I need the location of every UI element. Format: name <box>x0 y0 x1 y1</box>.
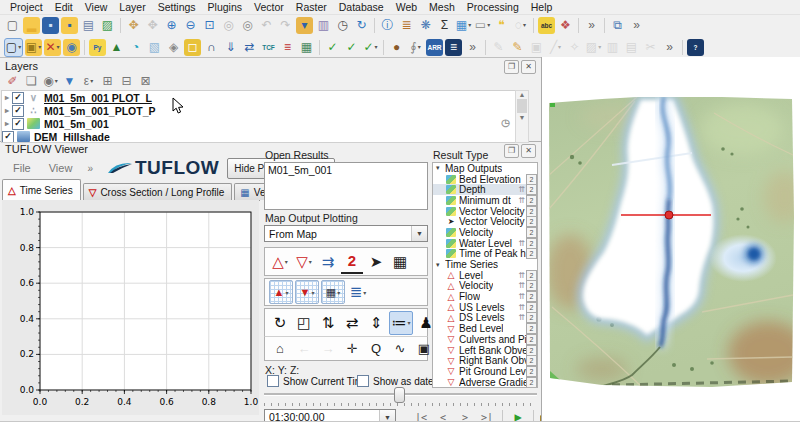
temporal-controller-icon[interactable]: ◷ <box>334 17 351 34</box>
check-integrity-icon[interactable]: ✓ <box>324 39 341 56</box>
result-type-row[interactable]: Bed Elevation 2 <box>433 174 537 185</box>
collapse-all-icon[interactable]: ⊟ <box>118 73 135 90</box>
secondary-axis-badge[interactable]: 2 <box>526 355 537 366</box>
zoom-in-icon[interactable]: ⊕ <box>163 17 180 34</box>
open-project-icon[interactable]: ▂ <box>23 17 40 34</box>
result-type-row[interactable]: Time of Peak h 2 <box>433 249 537 260</box>
open-results-list[interactable]: M01_5m_001 <box>264 162 428 210</box>
measure-line-icon[interactable]: ▭ ▾ <box>474 17 491 34</box>
zoom-next-icon[interactable]: ↷ <box>277 17 294 34</box>
result-type-row[interactable]: Right Bank Obvert 2 <box>433 355 537 366</box>
secondary-axis-badge[interactable]: 2 <box>526 345 537 356</box>
tab[interactable]: Time Series <box>2 179 81 200</box>
style-manager-icon[interactable]: ▨ <box>99 17 116 34</box>
filter-by-expression-icon[interactable]: ε ▾ <box>80 73 97 90</box>
topology-checker-icon[interactable]: ◈ <box>165 39 182 56</box>
secondary-axis-badge[interactable]: 2 <box>526 270 537 281</box>
check-1d-icon[interactable]: ✓ ▾ <box>362 39 379 56</box>
expand-arrow-icon[interactable]: ▸ <box>2 93 12 102</box>
refresh-map-icon[interactable]: ↻ <box>353 17 370 34</box>
checkbox-icon[interactable] <box>357 375 369 387</box>
layers-scrollbar[interactable]: ▲▼ <box>515 90 529 143</box>
plot-pan-icon[interactable]: ✛ <box>341 339 363 359</box>
select-features-icon[interactable]: ▢ ▾ <box>4 38 23 57</box>
manage-map-themes-icon[interactable]: ◉ ▾ <box>42 73 59 90</box>
vertex-tool-icon[interactable]: ✧ <box>566 39 583 56</box>
result-type-row[interactable]: Adverse Gradients 2 <box>433 377 537 388</box>
clear-plot-icon[interactable]: ◰ <box>293 312 315 334</box>
menu-item[interactable]: Mesh <box>423 1 461 13</box>
expand-arrow-icon[interactable]: ▸ <box>2 119 12 128</box>
peak-arrows-icon[interactable]: ⇈ <box>518 303 525 312</box>
peak-arrows-icon[interactable]: ⇈ <box>518 292 525 301</box>
plot-forward-icon[interactable]: → <box>317 339 339 359</box>
toolbar-icon[interactable] <box>682 40 683 55</box>
result-type-row[interactable]: Velocity 2 <box>433 227 537 238</box>
result-type-row[interactable]: Vector Velocity 2 <box>433 206 537 217</box>
show-as-dates-checkbox[interactable]: Show as dates <box>357 375 439 387</box>
secondary-axis-badge[interactable]: 2 <box>526 174 537 185</box>
plot-zoom-icon[interactable]: Q <box>365 339 387 359</box>
cursor-trace-icon[interactable]: ➤ <box>365 251 387 273</box>
menu-item[interactable]: Vector <box>248 1 290 13</box>
modify-attributes-icon[interactable]: ▨ ▾ <box>585 39 602 56</box>
toolbar-extension-icon-2[interactable]: » <box>628 17 645 34</box>
toolbar-icon[interactable] <box>533 18 534 33</box>
layers-close-button[interactable]: ✕ <box>521 60 536 74</box>
batch-timeseries-icon[interactable]: ▲ ▾ <box>269 280 293 304</box>
zoom-out-icon[interactable]: ⊖ <box>182 17 199 34</box>
secondary-axis-badge[interactable]: 2 <box>526 312 537 323</box>
toolbar-icon[interactable] <box>604 18 605 33</box>
plot-elements-icon[interactable]: ≔ ▾ <box>389 311 413 335</box>
timeseries-plot-icon[interactable]: △ ▾ <box>269 251 291 273</box>
statistical-summary-icon[interactable]: ≣ <box>398 17 415 34</box>
split-features-icon[interactable]: ✂ <box>642 39 659 56</box>
menu-item[interactable]: Layer <box>113 1 151 13</box>
reshape-icon[interactable]: ▥ <box>604 39 621 56</box>
map-export-icon[interactable]: ▦ <box>298 39 315 56</box>
toolbar-extension-icon-3[interactable]: » <box>464 39 481 56</box>
toolbar-icon[interactable] <box>319 40 320 55</box>
layer-visibility-checkbox[interactable]: ✓ <box>12 105 24 117</box>
axis-lock-icon[interactable]: ⇕ <box>365 312 387 334</box>
result-type-row[interactable]: US Levels ⇈ 2 <box>433 302 537 313</box>
plot-home-icon[interactable]: ⌂ <box>269 339 291 359</box>
filter-legend-icon[interactable]: ▼ <box>61 73 78 90</box>
tab[interactable]: Cross Section / Long Profile <box>83 183 233 200</box>
secondary-axis-badge[interactable]: 2 <box>526 238 537 249</box>
georeferencer-icon[interactable]: ◔ <box>127 39 144 56</box>
cube-3d-icon[interactable]: ◻ <box>184 39 201 56</box>
save-project-as-icon[interactable]: ▪ <box>61 17 78 34</box>
animal-tool-icon[interactable]: ● <box>388 39 405 56</box>
axis-limits-x-icon[interactable]: ⇄ <box>341 312 363 334</box>
flux-plot-icon[interactable]: ⇉ <box>317 251 339 273</box>
locator-search-icon[interactable]: ◌ ▾ <box>512 17 529 34</box>
result-type-row[interactable]: Minimum dt ⇈ 2 <box>433 195 537 206</box>
sum-statistics-icon[interactable]: Σ <box>436 17 453 34</box>
secondary-axis-badge[interactable]: 2 <box>526 323 537 334</box>
secondary-axis-badge[interactable]: 2 <box>526 366 537 377</box>
secondary-axis-badge[interactable]: 2 <box>526 302 537 313</box>
tcf-tool-icon[interactable]: TCF <box>260 39 277 56</box>
tuflow-close-button[interactable]: ✕ <box>521 144 536 158</box>
layer-visibility-checkbox[interactable]: ✓ <box>2 131 14 143</box>
layer-row[interactable]: ▸ ✓ M01_5m_001_PLOT_P <box>2 104 528 117</box>
result-type-row[interactable]: Level ⇈ 2 <box>433 270 537 281</box>
digitize-line-icon[interactable]: ╱ ▾ <box>547 39 564 56</box>
secondary-axis-badge[interactable]: 2 <box>526 227 537 238</box>
menu-item[interactable]: Settings <box>152 1 202 13</box>
show-current-time-checkbox[interactable]: Show Current Time <box>267 375 369 387</box>
current-edits-icon[interactable]: ✎ <box>490 39 507 56</box>
time-combo[interactable]: 01:30:00.00 ▼ <box>264 409 396 422</box>
slider-handle[interactable] <box>394 387 405 403</box>
secondary-axis-badge[interactable]: 2 <box>526 216 537 227</box>
select-by-value-icon[interactable]: ▣ ▾ <box>25 39 42 56</box>
python-console-icon[interactable]: Py <box>89 39 106 56</box>
select-by-location-icon[interactable]: ◉ <box>63 39 80 56</box>
open-layer-styling-icon[interactable]: ✐ <box>4 73 21 90</box>
tuflow-float-button[interactable]: ❐ <box>504 144 519 158</box>
toolbar-icon[interactable] <box>383 40 384 55</box>
expand-all-icon[interactable]: ⊞ <box>99 73 116 90</box>
zoom-last-icon[interactable]: ↶ <box>258 17 275 34</box>
options-gear-icon[interactable]: ❋ <box>417 17 434 34</box>
